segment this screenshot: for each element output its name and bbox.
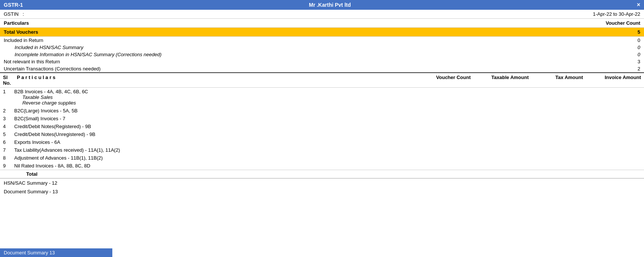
col-voucher-count: Voucher Count [429,73,474,88]
date-range: 1-Apr-22 to 30-Apr-22 [593,11,640,17]
col-tax-amount: Tax Amount [532,73,586,88]
col-headers: Sl No. P a r t i c u l a r s Voucher Cou… [0,72,644,88]
summary-row: Not relevant in this Return3 [0,58,644,65]
title-bar: GSTR-1 Mr .Karthi Pvt ltd × [0,0,644,10]
footer-row: HSN/SAC Summary - 12 [0,179,644,188]
col-sl: Sl No. [0,73,14,88]
table-row: 9Nil Rated Invoices - 8A, 8B, 8C, 8D [0,162,644,170]
gstin-label: GSTIN : [4,11,24,17]
table-row: 6Exports Invoices - 6A [0,138,644,146]
title-left: GSTR-1 [4,2,23,8]
summary-table: Included in Return0 Included in HSN/SAC … [0,37,644,72]
table-row: 2B2C(Large) Invoices - 5A, 5B [0,107,644,115]
total-vouchers-label: Total Vouchers [4,29,38,35]
col-invoice-amount: Invoice Amount [586,73,644,88]
title-center: Mr .Karthi Pvt ltd [309,2,351,8]
voucher-count-label: Voucher Count [606,20,640,26]
close-button[interactable]: × [637,1,640,8]
summary-row: Included in HSN/SAC Summary0 [0,44,644,51]
table-row: 8Adjustment of Advances - 11B(1), 11B(2) [0,154,644,162]
table-row: 4Credit/Debit Notes(Registered) - 9B [0,123,644,130]
particulars-header: Particulars Voucher Count [0,19,644,28]
total-row: Total [0,170,644,178]
table-row: 5Credit/Debit Notes(Unregistered) - 9B [0,130,644,138]
col-taxable-amount: Taxable Amount [474,73,532,88]
total-vouchers-row: Total Vouchers 5 [0,28,644,37]
footer-table: HSN/SAC Summary - 12Document Summary - 1… [0,178,644,196]
table-row: 1B2B Invoices - 4A, 4B, 4C, 6B, 6C Taxab… [0,88,644,107]
summary-row: Uncertain Transactions (Corrections need… [0,65,644,72]
data-table: 1B2B Invoices - 4A, 4B, 4C, 6B, 6C Taxab… [0,88,644,178]
summary-row: Incomplete Information in HSN/SAC Summar… [0,51,644,58]
footer-row: Document Summary - 13 [0,187,644,196]
particulars-label: Particulars [4,20,29,26]
table-row: 3B2C(Small) Invoices - 7 [0,115,644,123]
gstin-row: GSTIN : 1-Apr-22 to 30-Apr-22 [0,10,644,19]
col-particulars: P a r t i c u l a r s [14,73,429,88]
total-vouchers-value: 5 [638,29,640,35]
summary-row: Included in Return0 [0,37,644,44]
table-row: 7Tax Liability(Advances received) - 11A(… [0,146,644,154]
